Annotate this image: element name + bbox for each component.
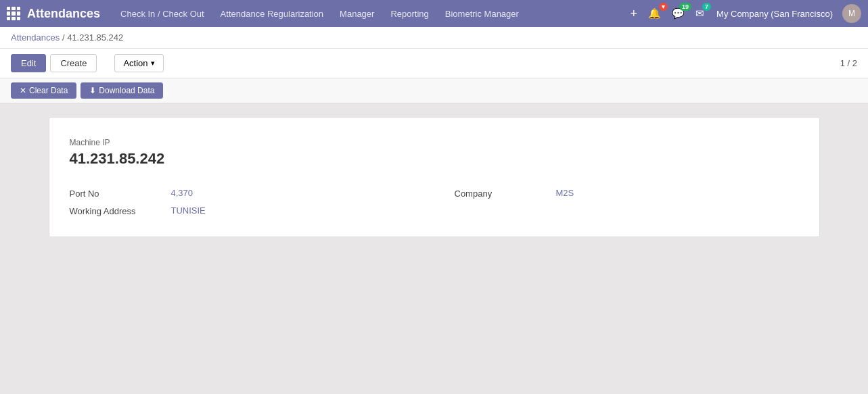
company-selector[interactable]: My Company (San Francisco) (712, 9, 837, 19)
create-button[interactable]: Create (50, 54, 97, 72)
nav-biometric-manager[interactable]: Biometric Manager (438, 5, 526, 23)
clear-data-label: Clear Data (29, 86, 68, 95)
download-icon: ⬇ (89, 86, 96, 95)
chat-badge: 19 (679, 3, 691, 11)
breadcrumb: Attendances / 41.231.85.242 (0, 27, 868, 49)
clear-data-icon: ✕ (20, 86, 26, 95)
breadcrumb-current: 41.231.85.242 (67, 32, 123, 43)
clear-data-button[interactable]: ✕ Clear Data (11, 82, 76, 99)
toolbar: Edit Create Action 1 / 2 (0, 49, 868, 78)
message-badge: 7 (702, 3, 711, 11)
topbar: Attendances Check In / Check Out Attenda… (0, 0, 868, 27)
machine-ip-value: 41.231.85.242 (70, 150, 799, 168)
field-row-address: Working Address TUNISIE (70, 205, 414, 216)
download-data-button[interactable]: ⬇ Download Data (81, 82, 163, 99)
add-menu-button[interactable]: + (628, 7, 641, 21)
bell-badge: ▾ (659, 3, 668, 11)
field-group-left: Port No 4,370 Working Address TUNISIE (70, 188, 414, 216)
nav-reporting[interactable]: Reporting (384, 5, 435, 23)
action-button[interactable]: Action (114, 54, 163, 72)
bell-icon-button[interactable]: 🔔 ▾ (645, 6, 664, 21)
nav-check-in-out[interactable]: Check In / Check Out (114, 5, 211, 23)
port-no-label: Port No (70, 188, 158, 199)
field-row-company: Company M2S (455, 188, 799, 199)
working-address-value[interactable]: TUNISIE (171, 205, 206, 216)
edit-button[interactable]: Edit (11, 54, 46, 72)
app-grid-icon[interactable] (7, 7, 20, 20)
fields-grid: Port No 4,370 Working Address TUNISIE Co… (70, 188, 799, 216)
main-nav: Check In / Check Out Attendance Regulari… (114, 5, 621, 23)
download-data-label: Download Data (99, 86, 154, 95)
breadcrumb-separator: / (62, 32, 65, 43)
port-no-value[interactable]: 4,370 (171, 188, 193, 198)
field-row-port: Port No 4,370 (70, 188, 414, 199)
message-icon-button[interactable]: ✉ 7 (693, 6, 707, 21)
company-value[interactable]: M2S (556, 188, 574, 198)
nav-regularization[interactable]: Attendance Regularization (214, 5, 331, 23)
page-navigation: 1 / 2 (840, 58, 857, 68)
main-content: Machine IP 41.231.85.242 Port No 4,370 W… (0, 103, 868, 394)
working-address-label: Working Address (70, 205, 158, 216)
sub-toolbar: ✕ Clear Data ⬇ Download Data (0, 78, 868, 103)
record-card: Machine IP 41.231.85.242 Port No 4,370 W… (49, 117, 820, 237)
chat-icon-button[interactable]: 💬 19 (669, 6, 687, 21)
app-title: Attendances (27, 7, 100, 21)
topbar-right: + 🔔 ▾ 💬 19 ✉ 7 My Company (San Francisco… (628, 4, 861, 23)
company-label: Company (455, 188, 543, 199)
breadcrumb-parent[interactable]: Attendances (11, 32, 60, 43)
nav-manager[interactable]: Manager (333, 5, 381, 23)
machine-ip-label: Machine IP (70, 138, 799, 147)
avatar[interactable]: M (842, 4, 861, 23)
field-group-right: Company M2S (455, 188, 799, 216)
